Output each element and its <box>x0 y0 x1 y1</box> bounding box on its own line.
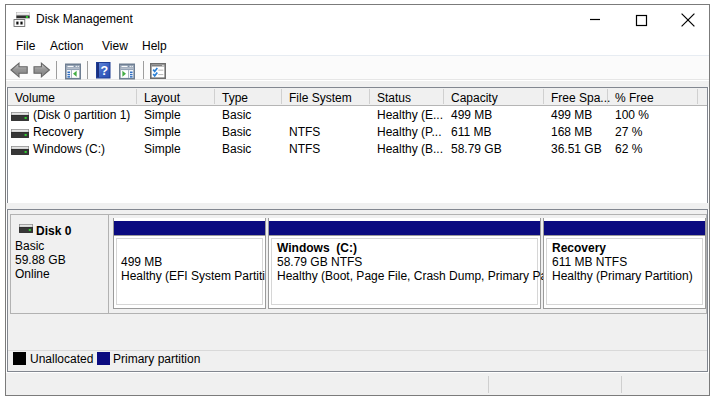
svg-text:?: ? <box>100 64 108 78</box>
